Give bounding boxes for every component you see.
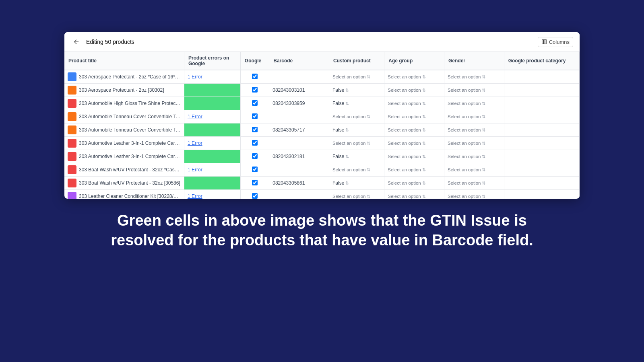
col-gender: Gender [444, 52, 504, 70]
cell-error: 1 Error [184, 163, 240, 177]
screenshot-container: Editing 50 products Columns Product titl… [64, 32, 580, 199]
gender-select[interactable]: Select an option [448, 74, 481, 79]
cell-error: 1 Error [184, 190, 240, 199]
age-select[interactable]: Select an option [388, 141, 421, 146]
error-link[interactable]: 1 Error [188, 74, 202, 80]
custom-select[interactable]: Select an option [332, 141, 365, 146]
cell-age-group: Select an option ⇅ [384, 163, 444, 177]
google-checkbox[interactable] [252, 127, 258, 132]
error-link[interactable]: 1 Error [188, 140, 202, 146]
google-checkbox[interactable] [252, 113, 258, 119]
google-checkbox[interactable] [252, 193, 258, 199]
error-link[interactable]: 1 Error [188, 193, 202, 199]
table-row: 303 Automotive Leather 3-In-1 Complete C… [64, 150, 580, 163]
product-image [68, 179, 76, 187]
cell-google [240, 97, 269, 110]
product-image [68, 99, 76, 108]
google-checkbox[interactable] [252, 140, 258, 146]
col-errors: Product errors onGoogle [184, 52, 240, 70]
cell-google [240, 70, 269, 84]
age-select[interactable]: Select an option [388, 154, 421, 159]
cell-google [240, 150, 269, 163]
sort-arrows: ⇅ [482, 74, 485, 80]
cell-gender: Select an option ⇅ [444, 190, 504, 199]
product-name: 303 Automotive Leather 3-In-1 Complete C… [79, 154, 181, 159]
age-select[interactable]: Select an option [388, 181, 421, 185]
google-checkbox[interactable] [252, 100, 258, 106]
gender-select[interactable]: Select an option [448, 101, 481, 106]
google-checkbox[interactable] [252, 74, 258, 79]
age-select[interactable]: Select an option [388, 74, 421, 79]
product-image [68, 72, 76, 81]
custom-value: False [332, 101, 344, 106]
error-link[interactable]: 1 Error [188, 167, 202, 173]
table-row: 303 Automobile High Gloss Tire Shine Pro… [64, 97, 580, 110]
cell-gender: Select an option ⇅ [444, 110, 504, 123]
col-age-group: Age group [384, 52, 444, 70]
cell-gpc [504, 110, 579, 123]
custom-select[interactable]: Select an option [332, 74, 365, 79]
sort-arrows: ⇅ [422, 101, 426, 106]
sort-arrows: ⇅ [422, 141, 426, 146]
age-select[interactable]: Select an option [388, 194, 421, 199]
sort-arrows: ⇅ [367, 114, 370, 119]
age-select[interactable]: Select an option [388, 167, 421, 172]
error-link[interactable]: 1 Error [188, 114, 202, 119]
custom-value: False [332, 154, 344, 159]
sort-arrows: ⇅ [482, 141, 485, 146]
sort-arrows: ⇅ [345, 181, 349, 186]
cell-gender: Select an option ⇅ [444, 123, 504, 137]
cell-age-group: Select an option ⇅ [384, 84, 444, 97]
cell-custom-product: Select an option ⇅ [329, 163, 384, 177]
cell-barcode: 082043003101 [269, 84, 329, 97]
custom-select[interactable]: Select an option [332, 114, 365, 119]
cell-custom-product: Select an option ⇅ [329, 110, 384, 123]
age-select[interactable]: Select an option [388, 128, 421, 132]
cell-gender: Select an option ⇅ [444, 137, 504, 150]
cell-age-group: Select an option ⇅ [384, 70, 444, 84]
cell-age-group: Select an option ⇅ [384, 150, 444, 163]
cell-error: 1 Error [184, 70, 240, 84]
google-checkbox[interactable] [252, 87, 258, 93]
age-select[interactable]: Select an option [388, 114, 421, 119]
cell-gpc [504, 137, 579, 150]
back-button[interactable] [71, 36, 82, 47]
cell-custom-product: Select an option ⇅ [329, 137, 384, 150]
gender-select[interactable]: Select an option [448, 181, 481, 185]
cell-gpc [504, 70, 579, 84]
cell-gender: Select an option ⇅ [444, 177, 504, 190]
age-select[interactable]: Select an option [388, 88, 421, 93]
gender-select[interactable]: Select an option [448, 194, 481, 199]
gender-select[interactable]: Select an option [448, 114, 481, 119]
sort-arrows: ⇅ [422, 114, 426, 119]
svg-rect-0 [542, 40, 543, 44]
cell-age-group: Select an option ⇅ [384, 190, 444, 199]
cell-custom-product: False ⇅ [329, 177, 384, 190]
sort-arrows: ⇅ [367, 167, 370, 173]
columns-button[interactable]: Columns [538, 37, 573, 47]
google-checkbox[interactable] [252, 167, 258, 172]
custom-select[interactable]: Select an option [332, 167, 365, 172]
google-checkbox[interactable] [252, 153, 258, 159]
col-custom-product: Custom product [329, 52, 384, 70]
gender-select[interactable]: Select an option [448, 154, 481, 159]
gender-select[interactable]: Select an option [448, 167, 481, 172]
age-select[interactable]: Select an option [388, 101, 421, 106]
cell-product-title: 303 Automotive Leather 3-In-1 Complete C… [64, 137, 184, 150]
cell-custom-product: False ⇅ [329, 84, 384, 97]
gender-select[interactable]: Select an option [448, 128, 481, 132]
cell-barcode: 082043303959 [269, 97, 329, 110]
gender-select[interactable]: Select an option [448, 141, 481, 146]
cell-gender: Select an option ⇅ [444, 97, 504, 110]
cell-error: 1 Error [184, 110, 240, 123]
product-image [68, 112, 76, 121]
columns-icon [541, 39, 547, 45]
cell-age-group: Select an option ⇅ [384, 177, 444, 190]
product-name: 303 Aerospace Protectant - 2oz *Case of … [79, 74, 181, 80]
custom-value: False [332, 127, 344, 133]
google-checkbox[interactable] [252, 180, 258, 185]
table-row: 303 Aerospace Protectant - 2oz *Case of … [64, 70, 580, 84]
custom-select[interactable]: Select an option [332, 194, 365, 199]
sort-arrows: ⇅ [482, 88, 485, 93]
gender-select[interactable]: Select an option [448, 88, 481, 93]
